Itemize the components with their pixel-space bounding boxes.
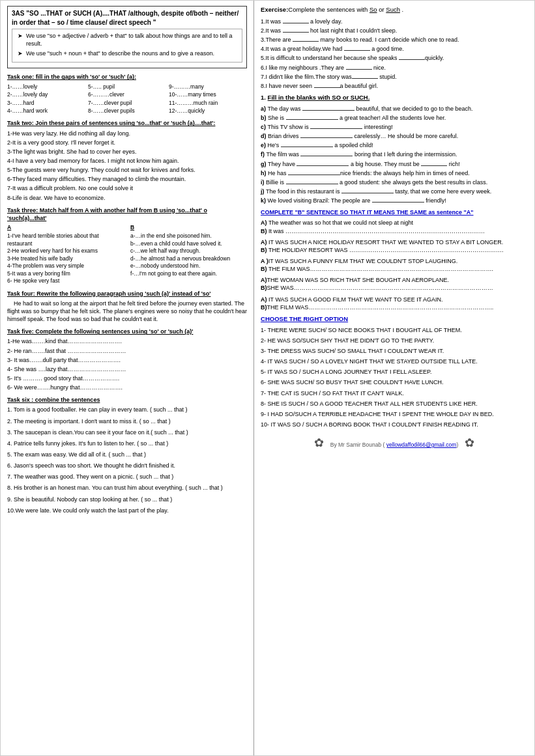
footer-email[interactable]: yellowdaffodil66@gmail.com	[386, 441, 457, 448]
blank-3	[293, 41, 319, 42]
task5-i6: 6- We were…….hungry that………………….	[7, 384, 247, 391]
task4-title: Task four: Rewrite the following paragra…	[7, 290, 247, 298]
task1-item-1: 1-……lovely	[7, 83, 85, 91]
choose-items: 1- THERE WERE SUCH/ SO NICE BOOKS THAT I…	[261, 326, 528, 428]
rule-item-1: ➤ We use "so + adjective / adverb + that…	[18, 32, 237, 48]
complete-2b: B) THE HOLIDAY RESORT WAS ………………………………………	[261, 246, 528, 254]
blank-6	[346, 69, 372, 70]
right-column: Exercise:Complete the sentences with So …	[254, 1, 534, 755]
blank-5	[399, 59, 425, 60]
fill-i: i) Billie is a good student: she always …	[261, 178, 528, 186]
complete-2a: A) IT WAS SUCH A NICE HOLIDAY RESORT THA…	[261, 238, 528, 246]
fill-j: j) The food in this restaurant is tasty,…	[261, 188, 528, 195]
choose-3: 3- THE DRESS WAS SUCH/ SO SMALL THAT I C…	[261, 347, 528, 355]
complete-5a: A) IT WAS SUCH A GOOD FILM THAT WE WANT …	[261, 296, 528, 303]
rule-item-2: ➤ We use "such + noun + that" to describ…	[18, 49, 237, 57]
task3-a3: 3-He treated his wife badly	[7, 255, 124, 262]
task1-item-5: 6-………clever	[88, 91, 166, 98]
complete-4a: A)THE WOMAN WAS SO RICH THAT SHE BOUGHT …	[261, 276, 528, 284]
task3-b3: c-…we left half way through.	[130, 247, 247, 255]
task6-i4: 4. Patrice tells funny jokes. It's fun t…	[7, 440, 247, 447]
ex-i3: 3.There are many books to read. I can't …	[261, 36, 528, 44]
task3-title-text: Task three: Match half from A with anoth…	[7, 207, 207, 221]
fill-c: c) This TV show is interesting!	[261, 123, 528, 131]
task1-item-8: 7-……clever pupil	[88, 100, 166, 107]
task5-i4: 4- She was ….lazy that…………………………	[7, 365, 247, 373]
complete-5b: B)THE FILM WAS………………………………………………………………………	[261, 303, 528, 311]
task3-col-a-header: A	[7, 224, 124, 231]
task1-title-text: Task one: fill in the gaps with 'so' or …	[7, 74, 136, 80]
choose-title: CHOOSE THE RIGHT OPTION	[261, 315, 528, 324]
task2-s5: 5-The guests were very hungry. They coul…	[7, 166, 247, 174]
task2-title-text: Task two: Join these pairs of sentences …	[7, 120, 215, 126]
task2-s2: 2-It is a very good story. I'll never fo…	[7, 139, 247, 147]
task2-s8: 8-Life is dear. We have to economize.	[7, 194, 247, 202]
complete-item-2: A) IT WAS SUCH A NICE HOLIDAY RESORT THA…	[261, 238, 528, 254]
task5-title-text: Task five: Complete the following senten…	[7, 328, 193, 335]
rule-text-1: We use "so + adjective / adverb + that" …	[26, 32, 237, 48]
choose-7: 7- THE CAT IS SUCH / SO FAT THAT IT CAN'…	[261, 389, 528, 397]
task1-item-3: 9-………many	[169, 83, 247, 91]
blank-2	[283, 32, 309, 33]
task5-i1: 1-He was…….kind that……………………….	[7, 337, 247, 345]
task6-i7: 7. The weather was good. They went on a …	[7, 473, 247, 481]
exercise-items: 1.It was a lovely day. 2.It was hot last…	[261, 18, 528, 90]
task3-a2: 2-He worked very hard for his exams	[7, 247, 124, 255]
fill-b: b) She is a great teacher! All the stude…	[261, 114, 528, 122]
task1-item-12: 12-……quickly	[169, 107, 247, 115]
complete-section: COMPLETE "B" SENTENCE SO THAT IT MEANS T…	[261, 208, 528, 311]
fill-list: a) The day was beautiful, that we decide…	[261, 105, 528, 205]
left-column: 3AS "SO ...THAT or SUCH (A)....THAT /alt…	[1, 1, 254, 755]
task6-title-text: Task six : combine the sentences	[7, 397, 100, 403]
fill-g: g) They have a big house. They must be r…	[261, 160, 528, 168]
arrow-icon-2: ➤	[18, 49, 23, 57]
task6-i10: 10.We were late. We could only watch the…	[7, 507, 247, 514]
task2-title: Task two: Join these pairs of sentences …	[7, 119, 247, 127]
task6-i1: 1. Tom is a good footballer. He can play…	[7, 406, 247, 413]
task3-col-b-header: B	[130, 224, 247, 231]
task1-item-10: 4-……hard work	[7, 107, 85, 115]
fill-section-number: 1. Fill in the blanks with SO or SUCH.	[261, 94, 528, 102]
blank-8	[314, 87, 340, 88]
task1-item-9: 11-………much rain	[169, 100, 247, 107]
choose-section: CHOOSE THE RIGHT OPTION 1- THERE WERE SU…	[261, 315, 528, 428]
task5-title: Task five: Complete the following senten…	[7, 328, 247, 335]
task1-title: Task one: fill in the gaps with 'so' or …	[7, 73, 247, 81]
task1-item-2: 5-….. pupil	[88, 83, 166, 91]
blank-7	[352, 78, 378, 79]
choose-4: 4- IT WAS SUCH / SO A LOVELY NIGHT THAT …	[261, 357, 528, 365]
complete-item-1: A) The weather was so hot that we could …	[261, 219, 528, 234]
ex-i7: 7.I didn't like the film.The story was s…	[261, 73, 528, 81]
complete-3a: A )IT WAS SUCH A FUNNY FILM THAT WE COUL…	[261, 257, 528, 265]
task6-i2: 2. The meeting is important. I don't wan…	[7, 417, 247, 425]
task3-a6: 6- He spoke very fast	[7, 277, 124, 285]
task1-grid: 1-……lovely 5-….. pupil 9-………many 2-……lov…	[7, 83, 247, 115]
exercise-title: Exercise:Complete the sentences with So …	[261, 6, 528, 14]
task6-i9: 9. She is beautiful. Nobody can stop loo…	[7, 496, 247, 503]
complete-1b: B) It was …………………………………………………………………………………	[261, 227, 528, 235]
fill-title: Fill in the blanks with SO or SUCH.	[268, 94, 370, 101]
task5-i3: 3- It was…….dull party that………………….	[7, 356, 247, 364]
ex-i1: 1.It was a lovely day.	[261, 18, 528, 25]
task3-columns: A 1-I've heard terrible stories about th…	[7, 224, 247, 285]
task2-s1: 1-He was very lazy. He did nothing all d…	[7, 130, 247, 137]
fill-section: 1. Fill in the blanks with SO or SUCH. a…	[261, 94, 528, 204]
task2-s7: 7-It was a difficult problem. No one cou…	[7, 184, 247, 192]
task1-item-4: 2-……lovely day	[7, 91, 85, 98]
task3-b2: b-…even a child could have solved it.	[130, 240, 247, 247]
complete-4b: B)SHE WAS……………………………………………………………………………………	[261, 284, 528, 292]
task5-items: 1-He was…….kind that………………………. 2- He ran…	[7, 337, 247, 391]
footer: ✿ By Mr Samir Bounab ( yellowdaffodil66@…	[261, 435, 528, 451]
choose-8: 8- SHE IS SUCH / SO A GOOD TEACHER THAT …	[261, 400, 528, 408]
task3-b5: e-…nobody understood him.	[130, 262, 247, 270]
task1-item-6: 10-……many times	[169, 91, 247, 98]
task6-i3: 3. The saucepan is clean.You can see it …	[7, 428, 247, 436]
task3-col-a: A 1-I've heard terrible stories about th…	[7, 224, 124, 285]
task4-text: He had to wait so long at the airport th…	[7, 300, 247, 323]
rule-text-2: We use "such + noun + that" to describe …	[26, 49, 214, 57]
complete-item-5: A) IT WAS SUCH A GOOD FILM THAT WE WANT …	[261, 296, 528, 311]
task5-i5: 5- It's ………. good story that……………….	[7, 374, 247, 382]
fill-e: e) He's a spoiled child!	[261, 141, 528, 149]
task6-title: Task six : combine the sentences	[7, 396, 247, 404]
header-box: 3AS "SO ...THAT or SUCH (A)....THAT /alt…	[7, 6, 247, 68]
